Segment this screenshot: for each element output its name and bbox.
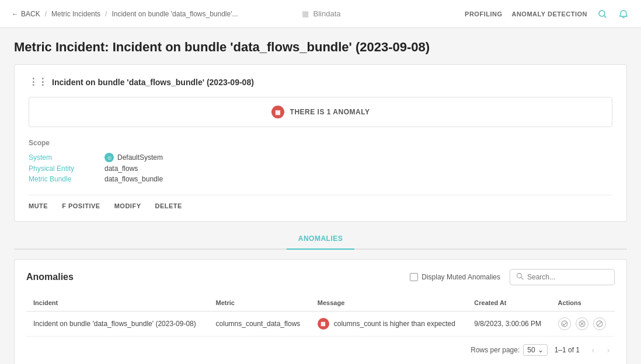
incident-grid-icon: ⋮⋮	[29, 76, 47, 88]
action-buttons: MUTE F POSITIVE MODIFY DELETE	[29, 195, 612, 209]
svg-point-2	[517, 274, 522, 278]
dismiss-icon[interactable]	[576, 317, 588, 330]
col-message: Message	[311, 295, 468, 312]
scope-row-bundle: Metric Bundle data_flows_bundle	[29, 175, 612, 183]
prev-page-button[interactable]: ‹	[587, 344, 600, 356]
notification-icon[interactable]	[618, 8, 629, 20]
back-arrow-icon: ←	[12, 10, 19, 18]
page-title: Metric Incident: Incident on bundle 'dat…	[14, 40, 627, 55]
scope-table: System ◎ DefaultSystem Physical Entity d…	[29, 153, 612, 183]
breadcrumb-metric-incidents[interactable]: Metric Incidents	[51, 10, 100, 18]
table-header-row: Incident Metric Message Created At Actio…	[26, 295, 615, 312]
tab-anomalies[interactable]: ANOMALIES	[287, 229, 355, 250]
default-system-icon: ◎	[104, 153, 114, 162]
tabs-container: ANOMALIES	[14, 229, 627, 250]
anomaly-detection-link[interactable]: ANOMALY DETECTION	[511, 10, 587, 18]
col-created-at: Created At	[467, 295, 551, 312]
cell-metric: columns_count_data_flows	[209, 312, 311, 337]
brand-icon: ▦	[301, 9, 310, 19]
anomalies-controls: Display Muted Anomalies	[410, 269, 615, 285]
brand-name: Blindata	[313, 9, 341, 18]
svg-line-3	[521, 278, 523, 279]
cell-incident: Incident on bundle 'data_flows_bundle' (…	[26, 312, 209, 337]
search-box-icon	[516, 272, 524, 282]
nav-left: ← BACK / Metric Incidents / Incident on …	[12, 10, 238, 18]
scope-value-system: ◎ DefaultSystem	[104, 153, 163, 162]
scope-label-entity[interactable]: Physical Entity	[29, 164, 104, 173]
scope-system-name: DefaultSystem	[117, 153, 163, 162]
display-muted-checkbox[interactable]	[410, 273, 418, 281]
row-action-icons	[558, 317, 608, 330]
nav-right: PROFILING ANOMALY DETECTION	[465, 8, 629, 20]
incident-header: ⋮⋮ Incident on bundle 'data_flows_bundle…	[29, 76, 612, 88]
acknowledge-icon[interactable]	[558, 317, 571, 330]
anomalies-title: Anomalies	[26, 272, 74, 282]
scope-value-entity: data_flows	[104, 164, 138, 173]
page-range: 1–1 of 1	[555, 346, 580, 354]
rows-per-page-value: 50	[527, 346, 535, 354]
svg-line-1	[604, 16, 606, 18]
mute-button[interactable]: MUTE	[29, 202, 48, 209]
col-metric: Metric	[209, 295, 311, 312]
page-navigation: ‹ ›	[587, 344, 615, 356]
anomaly-alert-text: THERE IS 1 ANOMALY	[290, 108, 370, 116]
pagination: Rows per page: 50 ⌄ 1–1 of 1 ‹ ›	[26, 344, 615, 356]
scope-label-system[interactable]: System	[29, 153, 104, 162]
scope-title: Scope	[29, 139, 612, 147]
breadcrumb-separator-1: /	[45, 10, 47, 18]
block-icon[interactable]	[593, 317, 606, 330]
search-input[interactable]	[527, 273, 608, 281]
profiling-link[interactable]: PROFILING	[465, 10, 502, 18]
message-text: columns_count is higher than expected	[334, 320, 455, 328]
modify-button[interactable]: MODIFY	[114, 202, 141, 209]
rows-per-page: Rows per page: 50 ⌄	[471, 344, 547, 356]
svg-line-9	[597, 322, 601, 326]
incident-card: ⋮⋮ Incident on bundle 'data_flows_bundle…	[14, 64, 627, 222]
scope-row-entity: Physical Entity data_flows	[29, 164, 612, 173]
cell-created-at: 9/8/2023, 3:00:06 PM	[467, 312, 551, 337]
scope-value-bundle: data_flows_bundle	[104, 175, 163, 183]
table-row: Incident on bundle 'data_flows_bundle' (…	[26, 312, 615, 337]
next-page-button[interactable]: ›	[602, 344, 615, 356]
f-positive-button[interactable]: F POSITIVE	[62, 202, 100, 209]
message-badge-icon: ▦	[318, 318, 329, 330]
search-icon[interactable]	[597, 8, 608, 20]
anomalies-section: Anomalies Display Muted Anomalies	[14, 259, 627, 364]
rows-per-page-chevron: ⌄	[538, 346, 544, 354]
incident-title: Incident on bundle 'data_flows_bundle' (…	[52, 78, 254, 87]
cell-actions	[551, 312, 615, 337]
cell-message: ▦ columns_count is higher than expected	[311, 312, 468, 337]
anomalies-table: Incident Metric Message Created At Actio…	[26, 295, 615, 337]
display-muted-toggle[interactable]: Display Muted Anomalies	[410, 273, 500, 281]
back-button[interactable]: ← BACK	[12, 10, 40, 18]
page-content: Metric Incident: Incident on bundle 'dat…	[0, 28, 641, 364]
rows-per-page-select[interactable]: 50 ⌄	[523, 344, 547, 356]
search-box[interactable]	[510, 269, 615, 285]
back-label: BACK	[21, 10, 40, 18]
anomalies-header: Anomalies Display Muted Anomalies	[26, 269, 615, 285]
top-navigation: ← BACK / Metric Incidents / Incident on …	[0, 0, 641, 28]
scope-row-system: System ◎ DefaultSystem	[29, 153, 612, 162]
scope-label-bundle[interactable]: Metric Bundle	[29, 175, 104, 183]
delete-button[interactable]: DELETE	[155, 202, 182, 209]
display-muted-label: Display Muted Anomalies	[421, 273, 500, 281]
rows-per-page-label: Rows per page:	[471, 346, 520, 354]
brand: ▦ Blindata	[301, 9, 341, 19]
anomaly-alert: ▦ THERE IS 1 ANOMALY	[29, 97, 612, 127]
col-actions: Actions	[551, 295, 615, 312]
breadcrumb-separator-2: /	[105, 10, 107, 18]
col-incident: Incident	[26, 295, 209, 312]
anomaly-badge-icon: ▦	[271, 106, 284, 118]
breadcrumb-incident: Incident on bundle 'data_flows_bundle'..…	[112, 10, 238, 18]
